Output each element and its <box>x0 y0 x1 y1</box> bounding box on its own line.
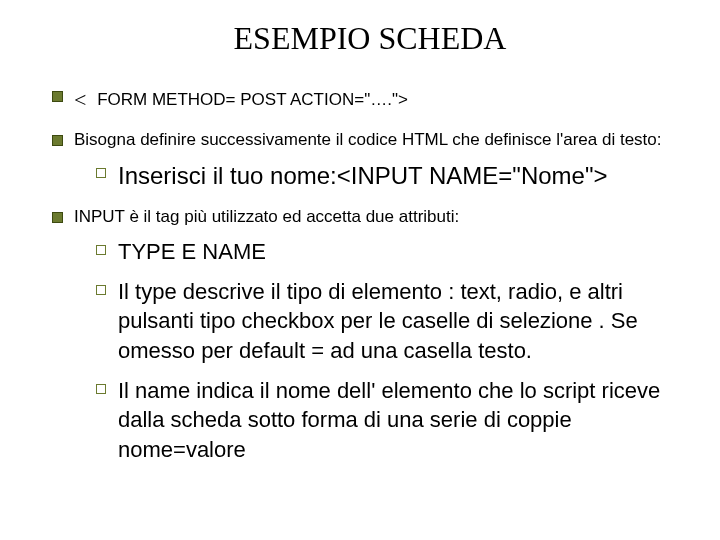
bullet-3: INPUT è il tag più utilizzato ed accetta… <box>50 206 690 465</box>
bullet-3-text: INPUT è il tag più utilizzato ed accetta… <box>74 207 459 226</box>
bullet-1-text: FORM METHOD= POST ACTION="…."> <box>97 90 408 109</box>
bullet-list: < FORM METHOD= POST ACTION="…."> Bisogna… <box>50 85 690 465</box>
bullet-3-sub-3: Il name indica il nome dell' elemento ch… <box>94 376 690 465</box>
bullet-1: < FORM METHOD= POST ACTION="…."> <box>50 85 690 115</box>
bullet-3-sub-2: Il type descrive il tipo di elemento : t… <box>94 277 690 366</box>
angle-bracket-icon: < <box>74 85 86 115</box>
bullet-2-sub-1: Inserisci il tuo nome:<INPUT NAME="Nome"… <box>94 160 690 192</box>
slide: ESEMPIO SCHEDA < FORM METHOD= POST ACTIO… <box>0 0 720 540</box>
bullet-3-sublist: TYPE E NAME Il type descrive il tipo di … <box>94 237 690 465</box>
bullet-2: Bisogna definire successivamente il codi… <box>50 129 690 192</box>
slide-title: ESEMPIO SCHEDA <box>50 20 690 57</box>
bullet-2-text: Bisogna definire successivamente il codi… <box>74 130 662 149</box>
bullet-2-sublist: Inserisci il tuo nome:<INPUT NAME="Nome"… <box>94 160 690 192</box>
bullet-3-sub-1: TYPE E NAME <box>94 237 690 267</box>
